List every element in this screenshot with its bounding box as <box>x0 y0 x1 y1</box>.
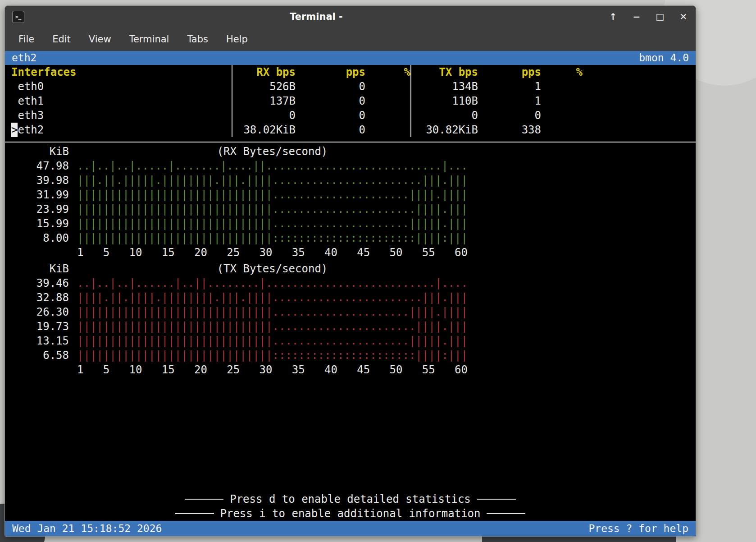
y-tick-label: 15.99 <box>10 216 69 231</box>
y-tick-label: 32.88 <box>10 290 69 305</box>
terminal-app-icon: >_ <box>12 11 24 23</box>
tx-bps-value: 0 <box>411 108 478 123</box>
terminal-screen[interactable]: eth2 bmon 4.0 Interfaces RX bps pps % TX… <box>5 51 696 536</box>
rx-graph-row: ||||||||||||||||||||||||||||||..........… <box>77 216 468 231</box>
rx-pps-value: 0 <box>296 94 365 108</box>
y-tick-label: 47.98 <box>10 159 69 173</box>
rollup-button[interactable]: ↑ <box>608 11 618 22</box>
status-datetime: Wed Jan 21 15:18:52 2026 <box>12 523 162 534</box>
tx-pct-value <box>541 108 583 123</box>
col-header-rx-pps: pps <box>296 65 365 79</box>
col-header-tx-bps: TX bps <box>411 65 478 79</box>
tx-pct-value <box>541 79 583 94</box>
titlebar[interactable]: >_ Terminal - ↑ − □ ✕ <box>5 6 696 28</box>
tx-graph-row: ||||||||||||||||||||||||||||||::::::::::… <box>77 348 468 363</box>
tx-bps-value: 110B <box>411 94 478 108</box>
tx-bps-value: 30.82KiB <box>411 123 478 137</box>
interface-row-eth0: eth0 526B 0 134B 1 <box>5 79 696 94</box>
y-tick-label: 13.15 <box>10 334 69 348</box>
hint-line-additional: Press i to enable additional information <box>5 506 696 521</box>
tx-graph-title: (TX Bytes/second) <box>77 262 468 276</box>
rx-bps-value: 526B <box>232 79 296 94</box>
menu-file[interactable]: File <box>11 31 41 47</box>
y-tick-label: 39.98 <box>10 173 69 188</box>
tx-graph-row: ||||||||||||||||||||||||||||||..........… <box>77 334 468 348</box>
bmon-status-bar: Wed Jan 21 15:18:52 2026 Press ? for hel… <box>5 521 696 536</box>
rx-pct-value <box>365 108 411 123</box>
interface-name: eth3 <box>18 109 44 122</box>
rx-graph-row: |||.||.|||||.||||||||.|||.||||..........… <box>77 173 468 188</box>
bmon-title-bar: eth2 bmon 4.0 <box>5 51 696 65</box>
rx-x-axis: 1 5 10 15 20 25 30 35 40 45 50 55 60 <box>77 245 468 260</box>
tx-bps-value: 134B <box>411 79 478 94</box>
interface-row-eth2-selected: >eth2 38.02KiB 0 30.82KiB 338 <box>5 123 696 137</box>
tx-pps-value: 338 <box>478 123 541 137</box>
tx-pps-value: 1 <box>478 94 541 108</box>
y-tick-label: 23.99 <box>10 202 69 216</box>
col-header-interfaces: Interfaces <box>5 65 232 79</box>
dash-line <box>487 513 525 514</box>
rx-bps-value: 38.02KiB <box>232 123 296 137</box>
y-tick-label: 39.46 <box>10 276 69 290</box>
menu-view[interactable]: View <box>82 31 118 47</box>
dash-line <box>185 499 223 500</box>
selection-cursor: > <box>11 123 18 137</box>
status-help-hint: Press ? for help <box>588 523 688 534</box>
hint-line-detailed: Press d to enable detailed statistics <box>5 492 696 506</box>
minimize-button[interactable]: − <box>632 11 642 22</box>
menu-edit[interactable]: Edit <box>45 31 78 47</box>
col-header-rx-bps: RX bps <box>232 65 296 79</box>
interface-name: eth2 <box>18 124 44 136</box>
menu-terminal[interactable]: Terminal <box>122 31 177 47</box>
tx-graph-row: ||||.||.||||.||||||||.|||.||||..........… <box>77 290 468 305</box>
rx-graph: KiB (RX Bytes/second) 47.98..|..|..|....… <box>5 144 696 260</box>
terminal-window: >_ Terminal - ↑ − □ ✕ File Edit View Ter… <box>5 5 696 537</box>
rx-graph-row: ||||||||||||||||||||||||||||||::::::::::… <box>77 231 468 245</box>
terminal-empty-area <box>5 377 696 492</box>
tx-pct-value <box>541 94 583 108</box>
y-tick-label: 8.00 <box>10 231 69 245</box>
y-tick-label: 19.73 <box>10 319 69 334</box>
interface-row-eth3: eth3 0 0 0 0 <box>5 108 696 123</box>
rx-pps-value: 0 <box>296 79 365 94</box>
interface-table-header: Interfaces RX bps pps % TX bps pps % <box>5 65 696 79</box>
bmon-version: bmon 4.0 <box>639 51 689 65</box>
tx-graph-row: ||||||||||||||||||||||||||||||..........… <box>77 319 468 334</box>
tx-graph: KiB (TX Bytes/second) 39.46..|..|..|....… <box>5 262 696 377</box>
rx-graph-row: ||||||||||||||||||||||||||||||..........… <box>77 202 468 216</box>
hint-text-detailed: Press d to enable detailed statistics <box>230 492 471 506</box>
interface-name: eth0 <box>18 80 44 93</box>
close-button[interactable]: ✕ <box>679 11 688 22</box>
rx-pct-value <box>365 123 411 137</box>
tx-graph-unit: KiB <box>10 262 69 276</box>
col-header-tx-pct: % <box>541 65 583 79</box>
rx-pps-value: 0 <box>296 123 365 137</box>
interface-row-eth1: eth1 137B 0 110B 1 <box>5 94 696 108</box>
maximize-button[interactable]: □ <box>655 11 665 22</box>
tx-graph-row: ||||||||||||||||||||||||||||||..........… <box>77 305 468 319</box>
menu-help[interactable]: Help <box>219 31 255 47</box>
y-tick-label: 26.30 <box>10 305 69 319</box>
dash-line <box>477 499 516 500</box>
interface-table: Interfaces RX bps pps % TX bps pps % eth… <box>5 65 696 142</box>
rx-graph-row: ..|..|..|.....|.......|....||...........… <box>77 159 468 173</box>
rx-bps-value: 137B <box>232 94 296 108</box>
y-tick-label: 6.58 <box>10 348 69 363</box>
col-header-tx-pps: pps <box>478 65 541 79</box>
rx-pct-value <box>365 94 411 108</box>
tx-pps-value: 1 <box>478 79 541 94</box>
window-controls: ↑ − □ ✕ <box>608 11 688 22</box>
tx-x-axis: 1 5 10 15 20 25 30 35 40 45 50 55 60 <box>77 363 468 377</box>
window-title: Terminal - <box>24 11 608 22</box>
bmon-selected-interface: eth2 <box>12 51 36 65</box>
rx-pct-value <box>365 79 411 94</box>
interface-name: eth1 <box>18 95 44 107</box>
tx-graph-row: ..|..|..|......|..||........|...........… <box>77 276 468 290</box>
menu-tabs[interactable]: Tabs <box>180 31 215 47</box>
rx-bps-value: 0 <box>232 108 296 123</box>
rx-graph-unit: KiB <box>10 144 69 159</box>
menubar: File Edit View Terminal Tabs Help <box>5 28 696 51</box>
dash-line <box>175 513 214 514</box>
rx-pps-value: 0 <box>296 108 365 123</box>
rx-graph-title: (RX Bytes/second) <box>77 144 468 159</box>
